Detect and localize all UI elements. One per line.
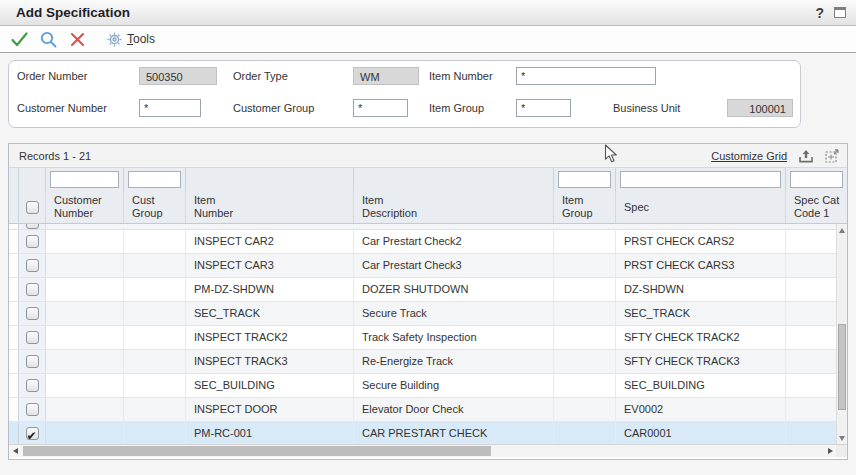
item-group-label: Item Group	[429, 100, 484, 117]
table-row[interactable]: INSPECT DOORElevator Door CheckEV0002	[9, 398, 836, 422]
horizontal-scrollbar[interactable]	[9, 445, 836, 457]
cell-spec: SFTY CHECK TRACK3	[616, 350, 786, 373]
page-title: Add Specification	[16, 5, 130, 20]
cell-item-number: INSPECT TRACK3	[186, 350, 354, 373]
filter-input-item-group[interactable]	[558, 171, 611, 188]
item-group-input[interactable]	[516, 99, 571, 117]
customer-number-input[interactable]	[139, 99, 201, 117]
cell-cust-group	[124, 254, 186, 277]
cell-item-number: PM-DZ-SHDWN	[186, 278, 354, 301]
column-header-item-description[interactable]: Item Description	[354, 191, 554, 223]
row-indicator-cell	[9, 254, 19, 277]
column-header-spec-cat[interactable]: Spec Cat Code 1	[786, 191, 847, 223]
row-checkbox[interactable]	[26, 224, 39, 229]
cell-cust-group	[124, 230, 186, 253]
row-checkbox[interactable]	[26, 259, 39, 272]
filter-input-spec-cat[interactable]	[790, 171, 843, 188]
row-indicator-cell	[9, 350, 19, 373]
order-type-label: Order Type	[233, 68, 288, 85]
row-checkbox[interactable]	[26, 283, 39, 296]
filter-input-spec[interactable]	[620, 171, 781, 188]
select-all-checkbox[interactable]	[26, 201, 39, 214]
select-all-cell	[19, 191, 46, 223]
row-checkbox[interactable]	[26, 427, 39, 440]
vertical-scrollbar[interactable]	[836, 224, 847, 444]
table-row[interactable]: INSPECT TRACK3Re-Energize TrackSFTY CHEC…	[9, 350, 836, 374]
column-header-spec[interactable]: Spec	[616, 191, 786, 223]
cell-item-group	[554, 326, 616, 349]
row-checkbox[interactable]	[26, 235, 39, 248]
customize-grid-link[interactable]: Customize Grid	[711, 150, 787, 162]
cell-cust-group	[124, 422, 186, 444]
window-restore-icon[interactable]	[834, 7, 846, 18]
filter-input-customer-number[interactable]	[50, 171, 119, 188]
cell-cust-group	[124, 326, 186, 349]
cell-customer-number	[46, 350, 124, 373]
cell-customer-number	[46, 230, 124, 253]
cell-spec-cat	[786, 422, 836, 444]
cell-item-description: CAR PRESTART CHECK	[354, 422, 554, 444]
column-header-item-group[interactable]: Item Group	[554, 191, 616, 223]
cell-item-number: SEC_BUILDING	[186, 374, 354, 397]
table-row[interactable]: INSPECT CAR3Car Prestart Check3PRST CHEC…	[9, 254, 836, 278]
arrow-left-icon	[13, 448, 18, 454]
cell-item-group	[554, 374, 616, 397]
row-indicator-cell	[9, 326, 19, 349]
help-icon[interactable]: ?	[815, 5, 824, 21]
cell-item-number: SEC_TRACK	[186, 302, 354, 325]
row-indicator-cell	[9, 422, 19, 444]
ok-button[interactable]	[10, 30, 28, 48]
export-grid-icon[interactable]	[799, 149, 813, 163]
row-indicator-cell	[9, 398, 19, 421]
grid-body: INSPECT CAR2Car Prestart Check2PRST CHEC…	[9, 224, 847, 444]
cell-spec: SFTY CHECK TRACK2	[616, 326, 786, 349]
scroll-up-button[interactable]	[837, 224, 847, 236]
cell-spec: DZ-SHDWN	[616, 278, 786, 301]
cell-spec-cat	[786, 302, 836, 325]
horizontal-scrollbar-row	[9, 444, 847, 457]
row-checkbox[interactable]	[26, 331, 39, 344]
table-row[interactable]: SEC_TRACKSecure TrackSEC_TRACK	[9, 302, 836, 326]
customer-number-label: Customer Number	[17, 100, 107, 117]
tools-button[interactable]: Tools	[107, 32, 155, 47]
vertical-scroll-thumb[interactable]	[838, 324, 846, 410]
horizontal-scroll-thumb[interactable]	[23, 446, 491, 456]
cell-customer-number	[46, 278, 124, 301]
row-checkbox[interactable]	[26, 379, 39, 392]
table-row[interactable]: INSPECT TRACK2Track Safety InspectionSFT…	[9, 326, 836, 350]
customer-group-input[interactable]	[353, 99, 408, 117]
table-row[interactable]: PM-DZ-SHDWNDOZER SHUTDOWNDZ-SHDWN	[9, 278, 836, 302]
scroll-left-button[interactable]	[9, 445, 21, 457]
cell-customer-number	[46, 422, 124, 444]
cell-item-description: Track Safety Inspection	[354, 326, 554, 349]
column-header-customer-number[interactable]: Customer Number	[46, 191, 124, 223]
row-checkbox[interactable]	[26, 403, 39, 416]
cell-spec: CAR0001	[616, 422, 786, 444]
row-checkbox-cell	[19, 254, 46, 277]
row-checkbox-cell	[19, 374, 46, 397]
table-row[interactable]: SEC_BUILDINGSecure BuildingSEC_BUILDING	[9, 374, 836, 398]
item-number-input[interactable]	[516, 67, 656, 85]
order-type-field: WM	[353, 67, 419, 85]
expand-grid-icon[interactable]	[825, 149, 839, 163]
column-header-cust-group[interactable]: Cust Group	[124, 191, 186, 223]
row-checkbox[interactable]	[26, 307, 39, 320]
column-header-item-number[interactable]: Item Number	[186, 191, 354, 223]
filter-input-cust-group[interactable]	[128, 171, 181, 188]
row-checkbox[interactable]	[26, 355, 39, 368]
cell-spec-cat	[786, 326, 836, 349]
cell-customer-number	[46, 374, 124, 397]
order-number-field: 500350	[139, 67, 217, 85]
close-button[interactable]	[68, 30, 86, 48]
scroll-down-button[interactable]	[837, 432, 847, 444]
row-checkbox-cell	[19, 350, 46, 373]
cell-item-description: Car Prestart Check2	[354, 230, 554, 253]
table-row[interactable]: INSPECT CAR2Car Prestart Check2PRST CHEC…	[9, 230, 836, 254]
item-number-label: Item Number	[429, 68, 493, 85]
cell-cust-group	[124, 374, 186, 397]
cell-item-group	[554, 278, 616, 301]
table-row[interactable]: PM-RC-001CAR PRESTART CHECKCAR0001	[9, 422, 836, 444]
grid-toolbar: Records 1 - 21 Customize Grid	[9, 144, 847, 168]
scroll-right-button[interactable]	[824, 445, 836, 457]
find-button[interactable]	[39, 30, 57, 48]
